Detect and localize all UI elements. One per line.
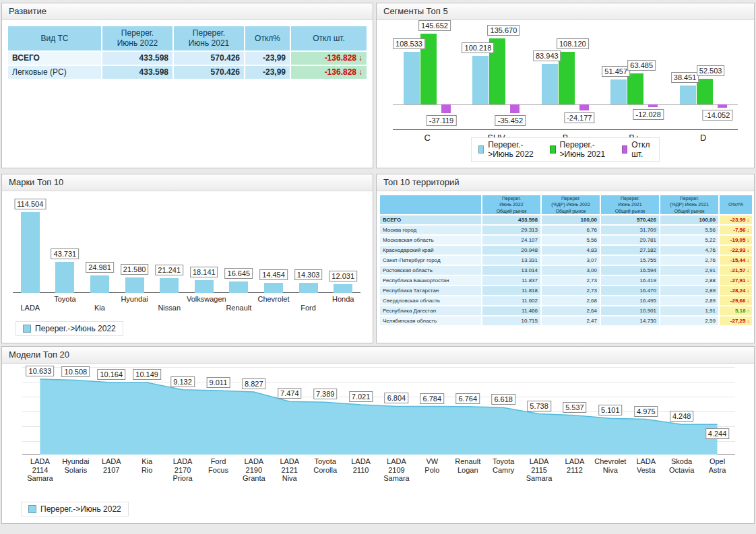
legend-item[interactable]: Перерег.->Июнь 2022 [23,324,116,333]
cell-otkl-pct[interactable]: -23,99↓ [719,215,753,225]
cell-jun2022[interactable]: 10.715 [482,316,541,326]
bar-Ford[interactable] [299,283,318,293]
bar-diff-B+[interactable] [648,104,658,107]
row-label[interactable]: Республика Башкортостан [379,275,482,286]
axis-label-LADA-2110[interactable]: LADA 2110 [343,457,379,474]
cell-jun2022[interactable]: 13.331 [482,255,541,265]
cell-jun2022[interactable]: 13.014 [482,265,541,275]
row-label[interactable]: Ростовская область [379,265,482,275]
axis-label-C[interactable]: C [393,133,462,143]
cell-jun2021[interactable]: 10.901 [600,306,660,316]
column-header[interactable]: Перерег. Июнь 2021 Общий рынок [600,195,660,215]
cell-share2021[interactable]: 2,89 [660,286,719,296]
axis-label-LADA-2114-Samara[interactable]: LADA 2114 Samara [22,457,58,483]
axis-label-LADA-2112[interactable]: LADA 2112 [557,457,593,474]
panel-territories-header[interactable]: Топ 10 территорий [377,174,754,191]
row-label[interactable]: Московская область [379,235,482,245]
axis-label-LADA-2121-Niva[interactable]: LADA 2121 Niva [272,457,308,483]
cell-otkl-pct[interactable]: -27,91↓ [719,275,753,286]
cell-otkl-pct[interactable]: -19,05↓ [719,235,753,245]
bar-diff-C[interactable] [441,104,451,113]
row-label[interactable]: Свердловская область [379,296,482,306]
row-label[interactable]: Республика Дагестан [379,306,482,316]
axis-label-Chevrolet-Niva[interactable]: Chevrolet Niva [592,457,629,474]
axis-label-Toyota[interactable]: Toyota [48,295,83,303]
cell-jun2022[interactable]: 11.602 [482,296,541,306]
column-header[interactable]: Откл% [245,26,290,51]
cell-share2022[interactable]: 2,64 [541,306,600,316]
bar-Kia[interactable] [90,275,109,293]
row-label[interactable]: ВСЕГО [7,51,102,65]
cell-share2022[interactable]: 2,73 [541,275,600,286]
cell-share2021[interactable]: 1,91 [660,306,719,316]
axis-label-LADA-2107[interactable]: LADA 2107 [93,457,129,474]
cell-otkl-pct[interactable]: -15,44↓ [719,255,753,265]
column-header[interactable]: Откл шт. [290,26,367,51]
cell-otkl-pct[interactable]: -29,66↓ [719,296,753,306]
column-header[interactable]: Перерег. Июнь 2021 [173,26,245,51]
panel-models-header[interactable]: Модели Топ 20 [2,347,754,364]
axis-label-Skoda-Octavia[interactable]: Skoda Octavia [664,457,700,474]
cell-otkl-pct[interactable]: -23,99 [245,51,290,65]
axis-label-D[interactable]: D [669,133,738,143]
panel-brands-header[interactable]: Марки Топ 10 [2,174,373,191]
cell-jun2021[interactable]: 29.781 [600,235,660,245]
axis-label-Hyundai[interactable]: Hyundai [117,295,152,303]
cell-jun2021[interactable]: 16.470 [600,286,660,296]
cell-share2022[interactable]: 100,00 [541,215,600,225]
axis-label-Toyota-Camry[interactable]: Toyota Camry [485,457,522,474]
cell-jun2022[interactable]: 20.948 [482,245,541,255]
row-label[interactable]: Санкт-Петербург город [379,255,482,265]
axis-label-Volkswagen[interactable]: Volkswagen [187,295,222,303]
cell-otkl-pct[interactable]: -21,57↓ [719,265,753,275]
bar-2022-C[interactable] [404,52,420,104]
cell-jun2022[interactable]: 29.313 [482,225,541,235]
bar-Honda[interactable] [334,284,352,293]
bar-diff-D[interactable] [718,104,727,108]
legend-item[interactable]: Перерег.->Июнь 2022 [478,140,538,159]
cell-jun2022[interactable]: 24.107 [482,235,541,245]
cell-otkl-pct[interactable]: -27,25↓ [719,316,753,326]
row-label[interactable]: ВСЕГО [379,215,482,225]
cell-share2021[interactable]: 5,56 [660,225,719,235]
axis-label-LADA-2115-Samara[interactable]: LADA 2115 Samara [521,457,557,483]
axis-label-Opel-Astra[interactable]: Opel Astra [699,457,736,474]
column-header[interactable]: Перерег. (%ДР) Июнь 2021 Общий рынок [660,195,719,215]
cell-otkl-pct[interactable]: -22,93↓ [719,245,753,255]
row-label[interactable]: Легковые (PC) [7,65,102,79]
bar-2021-B+[interactable] [627,73,643,104]
legend-item[interactable]: Перерег.->Июнь 2021 [550,140,609,159]
cell-jun2021[interactable]: 31.709 [600,225,660,235]
axis-label-Honda[interactable]: Honda [325,295,360,303]
bar-diff-B[interactable] [579,104,589,110]
legend-item[interactable]: Откл шт. [622,140,652,159]
column-header[interactable]: Перерег. Июнь 2022 [102,26,173,51]
column-header[interactable]: Вид ТС [7,26,102,51]
cell-jun2021[interactable]: 27.182 [600,245,660,255]
axis-label-Ford-Focus[interactable]: Ford Focus [200,457,237,474]
row-label[interactable]: Краснодарский край [379,245,482,255]
axis-label-Kia[interactable]: Kia [82,304,117,312]
bar-LADA[interactable] [21,212,40,293]
axis-label-LADA-2190-Granta[interactable]: LADA 2190 Granta [236,457,272,483]
cell-share2022[interactable]: 4,83 [541,245,600,255]
cell-share2021[interactable]: 2,88 [660,275,719,286]
cell-jun2021[interactable]: 16.495 [600,296,660,306]
bar-Nissan[interactable] [160,278,179,293]
bar-2022-B[interactable] [542,64,558,104]
row-label[interactable]: Москва город [379,225,482,235]
axis-label-LADA-Vesta[interactable]: LADA Vesta [628,457,664,474]
axis-label-Toyota-Corolla[interactable]: Toyota Corolla [307,457,344,474]
cell-otkl-units[interactable]: -136.828↓ [290,65,367,79]
axis-label-Renault-Logan[interactable]: Renault Logan [449,457,486,474]
cell-share2021[interactable]: 4,76 [660,245,719,255]
legend-item[interactable]: Перерег.->Июнь 2022 [28,504,121,514]
cell-share2021[interactable]: 2,76 [660,255,719,265]
bar-Toyota[interactable] [55,262,74,293]
cell-jun2022[interactable]: 433.598 [482,215,541,225]
bar-diff-SUV[interactable] [510,104,519,113]
cell-share2022[interactable]: 3,00 [541,265,600,275]
cell-otkl-pct[interactable]: -28,24↓ [719,286,753,296]
axis-label-VW-Polo[interactable]: VW Polo [414,457,450,474]
cell-jun2022[interactable]: 11.837 [482,275,541,286]
